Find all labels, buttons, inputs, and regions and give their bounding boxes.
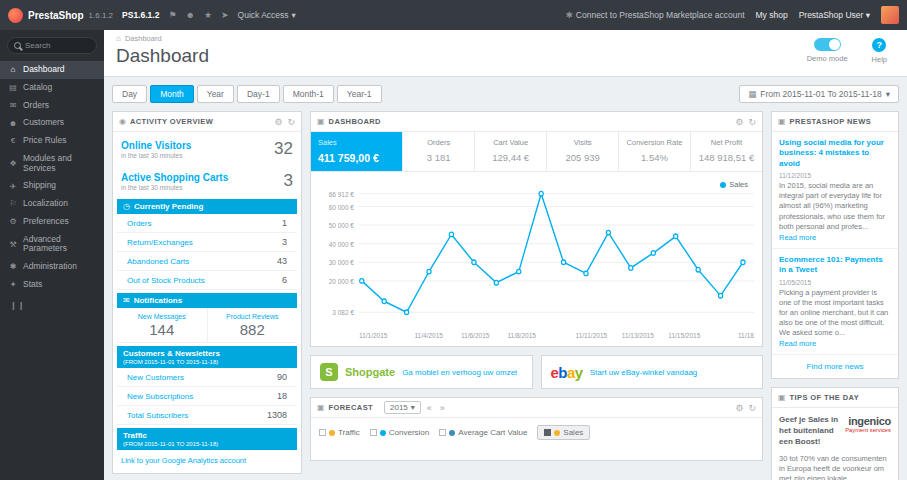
new-messages-cell[interactable]: New Messages 144	[117, 308, 208, 343]
active-carts-link[interactable]: Active Shopping Carts	[121, 172, 228, 183]
sidebar-item[interactable]: ⚒ Advanced Parameters	[0, 231, 104, 259]
customers-row[interactable]: New Customers 90	[117, 368, 297, 387]
stat-label[interactable]: Total Subscribers	[127, 411, 188, 420]
prestashop-logo[interactable]: PrestaShop 1.6.1.2	[8, 8, 113, 23]
stat-label[interactable]: New Subscriptions	[127, 392, 193, 401]
kpi-tile[interactable]: Sales 411 759,00 €	[311, 132, 403, 171]
my-shop-link[interactable]: My shop	[756, 10, 788, 20]
range-button[interactable]: Day-1	[237, 85, 280, 103]
active-carts-sub: in the last 30 minutes	[121, 184, 228, 191]
forecast-legend-item[interactable]: Sales	[537, 425, 590, 440]
pending-row[interactable]: Orders 1	[117, 214, 297, 233]
sidebar-item[interactable]: ⚐ Localization	[0, 195, 104, 213]
online-visitors-link[interactable]: Online Visitors	[121, 140, 191, 151]
gear-icon[interactable]: ⚙	[735, 117, 743, 127]
date-range-button[interactable]: ▦ From 2015-11-01 To 2015-11-18 ▾	[739, 85, 899, 103]
favorites-icon[interactable]: ★	[204, 10, 212, 20]
forecast-legend-item[interactable]: Average Cart Value	[439, 428, 527, 437]
range-button[interactable]: Month-1	[283, 85, 334, 103]
marketplace-link[interactable]: ✱Connect to PrestaShop Marketplace accou…	[566, 10, 745, 20]
gear-icon[interactable]: ⚙	[274, 117, 282, 127]
checkbox-icon[interactable]	[370, 429, 377, 436]
sidebar-item-label: Administration	[23, 262, 77, 272]
refresh-icon[interactable]: ↻	[287, 117, 295, 127]
pending-row[interactable]: Abandoned Carts 43	[117, 252, 297, 271]
pending-row[interactable]: Return/Exchanges 3	[117, 233, 297, 252]
help-icon[interactable]: ?	[872, 38, 886, 52]
sidebar-item[interactable]: ✈ Shipping	[0, 177, 104, 195]
customers-row[interactable]: New Subscriptions 18	[117, 387, 297, 406]
kpi-tile[interactable]: Orders 3 181	[403, 132, 475, 171]
stat-label[interactable]: Abandoned Carts	[127, 257, 189, 266]
sidebar-item[interactable]: ▤ Catalog	[0, 79, 104, 97]
shopgate-link[interactable]: Ga mobiel en verhoog uw omzet	[402, 368, 517, 377]
shop-name-link[interactable]: PS1.6.1.2	[122, 10, 159, 20]
stat-label[interactable]: Orders	[127, 219, 151, 228]
range-button[interactable]: Day	[112, 85, 147, 103]
year-select[interactable]: 2015 ▾	[384, 401, 421, 414]
kpi-tile[interactable]: Conversion Rate 1.54%	[619, 132, 691, 171]
google-analytics-link[interactable]: Link to your Google Analytics account	[113, 450, 301, 473]
forecast-legend-item[interactable]: Traffic	[319, 428, 360, 437]
search-input[interactable]	[25, 41, 85, 50]
product-reviews-cell[interactable]: Product Reviews 882	[208, 308, 298, 343]
sidebar-item[interactable]: ⚙ Preferences	[0, 213, 104, 231]
cart-icon[interactable]: ⚑	[168, 10, 176, 20]
notif-label[interactable]: Product Reviews	[210, 313, 296, 320]
sidebar-item[interactable]: ✦ Stats	[0, 276, 104, 294]
demo-mode-toggle[interactable]	[814, 38, 841, 51]
prev-year-icon[interactable]: «	[425, 403, 434, 413]
refresh-icon[interactable]: ↻	[748, 403, 756, 413]
checkbox-icon[interactable]	[439, 429, 446, 436]
checkbox-icon[interactable]	[544, 429, 551, 436]
pending-row[interactable]: Out of Stock Products 6	[117, 271, 297, 290]
read-more-link[interactable]: Read more	[779, 339, 816, 348]
user-avatar[interactable]	[881, 6, 899, 24]
ebay-promo[interactable]: ebay Start uw eBay-winkel vandaag	[541, 355, 764, 389]
kpi-value: 3 181	[406, 152, 471, 163]
sidebar-item-label: Modules and Services	[23, 154, 96, 174]
stat-label[interactable]: New Customers	[127, 373, 184, 382]
breadcrumb[interactable]: ⌂ Dashboard	[116, 34, 895, 43]
sidebar-collapse-button[interactable]: ❙❙	[0, 294, 104, 317]
panel-title: FORECAST	[329, 403, 373, 412]
shopgate-promo[interactable]: S Shopgate Ga mobiel en verhoog uw omzet	[310, 355, 533, 389]
notif-label[interactable]: New Messages	[119, 313, 205, 320]
rocket-icon[interactable]: ➤	[221, 10, 229, 20]
stat-label[interactable]: Out of Stock Products	[127, 276, 205, 285]
customers-row[interactable]: Total Subscribers 1308	[117, 406, 297, 425]
news-articles: Using social media for your business: 4 …	[772, 132, 898, 355]
forecast-legend-item[interactable]: Conversion	[370, 428, 429, 437]
customers-newsletters-header: Customers & Newsletters (FROM 2015-11-01…	[117, 346, 297, 368]
sidebar-item[interactable]: ❖ Modules and Services	[0, 150, 104, 178]
range-button[interactable]: Year	[197, 85, 234, 103]
date-range-text: From 2015-11-01 To 2015-11-18	[760, 89, 881, 99]
stat-label[interactable]: Return/Exchanges	[127, 238, 193, 247]
kpi-tile[interactable]: Visits 205 939	[547, 132, 619, 171]
quick-access-menu[interactable]: Quick Access ▾	[238, 10, 296, 20]
gear-icon[interactable]: ⚙	[735, 403, 743, 413]
news-article-link[interactable]: Using social media for your business: 4 …	[779, 138, 891, 169]
sidebar-item[interactable]: € Price Rules	[0, 132, 104, 150]
kpi-tile[interactable]: Cart Value 129,44 €	[475, 132, 547, 171]
caret-down-icon: ▾	[886, 89, 890, 99]
read-more-link[interactable]: Read more	[779, 233, 816, 242]
sidebar-item[interactable]: ✉ Orders	[0, 97, 104, 115]
user-menu[interactable]: PrestaShop User ▾	[799, 10, 870, 20]
refresh-icon[interactable]: ↻	[748, 117, 756, 127]
sidebar-item[interactable]: ⌂ Dashboard	[0, 61, 104, 79]
range-button[interactable]: Month	[150, 85, 194, 103]
checkbox-icon[interactable]	[319, 429, 326, 436]
help-control: ? Help	[872, 38, 887, 64]
sidebar-item[interactable]: ✱ Administration	[0, 258, 104, 276]
kpi-value: 411 759,00 €	[318, 152, 399, 164]
next-year-icon[interactable]: »	[438, 403, 447, 413]
chart-legend[interactable]: Sales	[720, 180, 748, 189]
kpi-tile[interactable]: Net Profit 148 918,51 €	[691, 132, 762, 171]
news-article-link[interactable]: Ecommerce 101: Payments in a Tweet	[779, 255, 891, 276]
customers-icon[interactable]: ☻	[185, 10, 194, 20]
find-more-news-link[interactable]: Find more news	[772, 355, 898, 378]
range-button[interactable]: Year-1	[337, 85, 382, 103]
ebay-link[interactable]: Start uw eBay-winkel vandaag	[590, 368, 698, 377]
sidebar-item[interactable]: ☻ Customers	[0, 114, 104, 132]
